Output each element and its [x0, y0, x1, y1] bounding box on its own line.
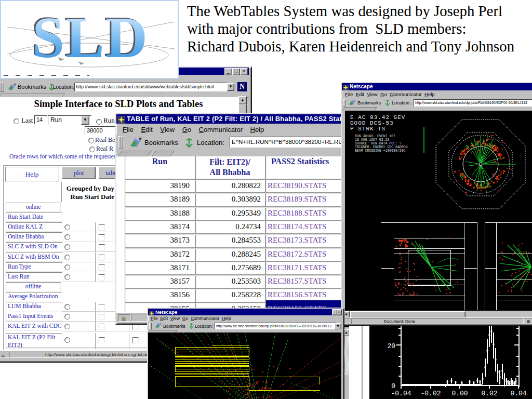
svg-text:20: 20 — [387, 342, 395, 350]
svg-text:SOURCE: RUN DATA POL: ?: SOURCE: RUN DATA POL: ? — [355, 142, 402, 145]
svg-text:0.02: 0.02 — [481, 390, 497, 397]
svg-text:BEAM CROSSING +100030/20C: BEAM CROSSING +100030/20C — [355, 149, 406, 153]
svg-text:0: 0 — [391, 382, 395, 390]
svg-text:RUN 38190. EVENT 107: RUN 38190. EVENT 107 — [355, 135, 395, 138]
svg-text:P STRK TS: P STRK TS — [350, 126, 385, 132]
svg-text:0.00: 0.00 — [451, 390, 468, 397]
svg-text:SLD: SLD — [32, 5, 149, 70]
svg-text:-0.04: -0.04 — [391, 390, 411, 397]
svg-text:-0.02: -0.02 — [420, 390, 441, 397]
svg-text:0.04: 0.04 — [510, 390, 526, 397]
svg-text:TRIGGER: ENERGY CDC HADRON: TRIGGER: ENERGY CDC HADRON — [355, 145, 408, 149]
svg-text:18-AUG-1997 03:22: 18-AUG-1997 03:22 — [355, 138, 389, 142]
